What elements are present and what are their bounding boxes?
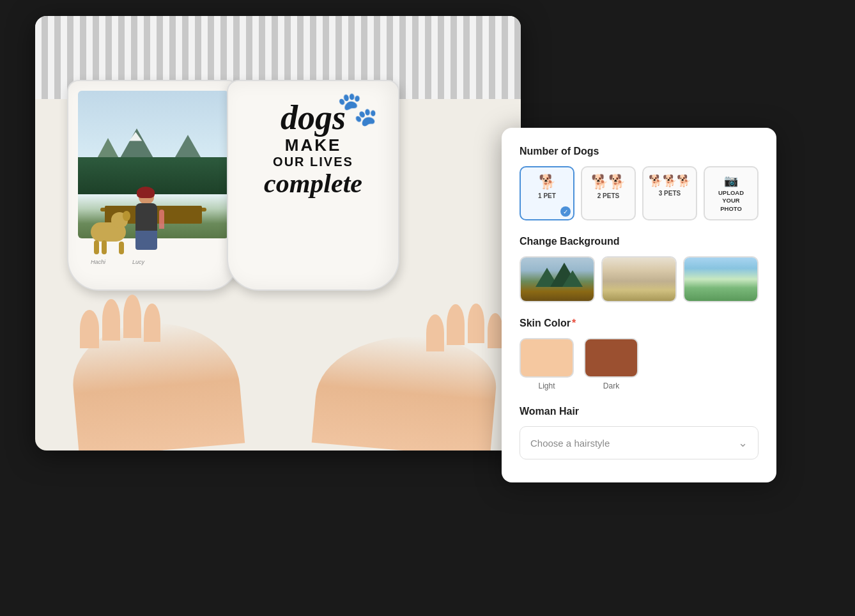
upload-label: UPLOAD YOURPhoto — [709, 189, 753, 213]
woman-hair-title: Woman Hair — [520, 406, 759, 417]
dog-icon-2pets: 🐕🐕 — [586, 174, 631, 190]
hairstyle-dropdown[interactable]: Choose a hairstyle ⌄ — [520, 426, 759, 459]
dog-option-2pets[interactable]: 🐕🐕 2 PETS — [581, 166, 636, 220]
skin-color-title: Skin Color* — [520, 318, 759, 329]
dog-option-1pet[interactable]: 🐕 1 PET ✓ — [520, 166, 574, 220]
bg-option-1[interactable] — [520, 256, 595, 302]
upload-icon: 📷 — [724, 174, 738, 188]
hairstyle-placeholder: Choose a hairstyle — [530, 438, 610, 449]
skin-swatch-light — [520, 338, 574, 378]
number-of-dogs-title: Number of Dogs — [520, 146, 759, 157]
dog-label-3pets: 3 PETS — [647, 190, 692, 197]
skin-option-dark[interactable]: Dark — [584, 338, 638, 390]
mug-text-our-lives: OUR LIVES — [264, 155, 362, 169]
dog-icon-1pet: 🐕 — [525, 174, 569, 190]
check-mark-1pet: ✓ — [560, 206, 571, 217]
skin-label-dark: Dark — [603, 381, 619, 390]
mug-text-complete: complete — [264, 169, 362, 198]
dog-icon-3pets: 🐕🐕🐕 — [647, 174, 692, 188]
skin-swatch-dark — [584, 338, 638, 378]
bg-option-2[interactable] — [601, 256, 677, 302]
upload-photo-option[interactable]: 📷 UPLOAD YOURPhoto — [704, 166, 759, 220]
mug-text-make: MAKE — [264, 136, 362, 155]
dog-label-2pets: 2 PETS — [586, 192, 631, 199]
dog-option-3pets[interactable]: 🐕🐕🐕 3 PETS — [642, 166, 697, 220]
dog-label-1pet: 1 PET — [525, 192, 569, 199]
paw-icon: 🐾 — [337, 91, 378, 127]
skin-label-light: Light — [538, 381, 555, 390]
required-star: * — [572, 318, 576, 328]
skin-option-light[interactable]: Light — [520, 338, 574, 390]
name-lucy: Lucy — [132, 259, 144, 265]
bg-option-3[interactable] — [683, 256, 759, 302]
chevron-down-icon: ⌄ — [738, 436, 748, 450]
name-hachi: Hachi — [91, 259, 105, 265]
change-background-title: Change Background — [520, 236, 759, 247]
